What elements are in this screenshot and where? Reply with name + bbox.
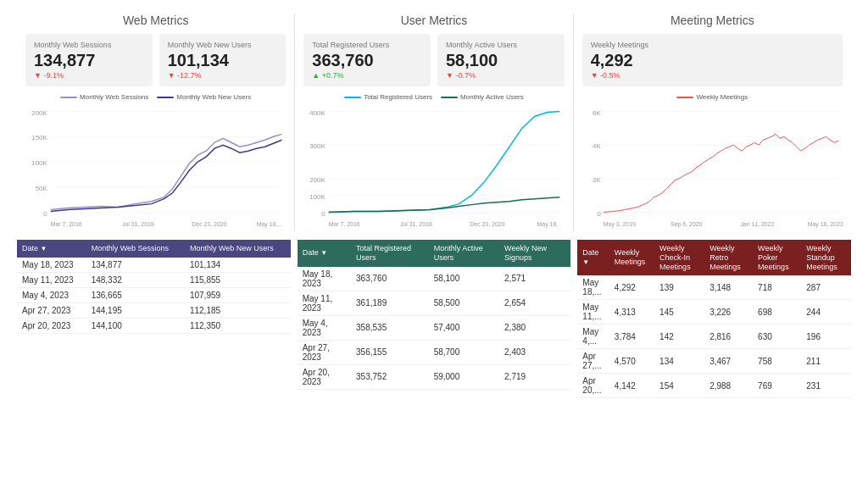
svg-text:Jul 31, 2018: Jul 31, 2018 <box>122 221 154 227</box>
web-col-newusers[interactable]: Monthly Web New Users <box>185 240 291 258</box>
user-table: Date ▼ Total Registered Users Monthly Ac… <box>298 240 571 390</box>
user-metrics-title: User Metrics <box>401 14 468 27</box>
meeting-col-standup[interactable]: Weekly Standup Meetings <box>801 240 851 275</box>
web-metrics-title: Web Metrics <box>123 14 189 27</box>
user-legend-total-color <box>344 97 361 98</box>
table-row: Apr 20, 2023353,75259,0002,719 <box>298 364 571 389</box>
meeting-col-retro[interactable]: Weekly Retro Meetings <box>704 240 753 275</box>
web-newusers-change: ▼ -12.7% <box>168 71 278 80</box>
svg-text:May 18, 2023: May 18, 2023 <box>807 221 843 228</box>
meeting-legend-weekly-color <box>676 97 693 98</box>
svg-text:Dec 23, 2020: Dec 23, 2020 <box>470 221 505 227</box>
table-row: Apr 27, 2023144,195112,185 <box>17 302 291 318</box>
monthly-active-label: Monthly Active Users <box>446 41 556 49</box>
web-kpi-row: Monthly Web Sessions 134,877 ▼ -9.1% Mon… <box>25 34 286 86</box>
svg-text:300K: 300K <box>310 142 326 150</box>
web-legend-newusers-color <box>157 97 174 98</box>
web-chart-legend: Monthly Web Sessions Monthly Web New Use… <box>60 93 251 101</box>
monthly-active-value: 58,100 <box>446 51 556 69</box>
web-legend-newusers-label: Monthly Web New Users <box>176 93 251 101</box>
weekly-meetings-value: 4,292 <box>591 51 834 69</box>
meeting-metrics-title: Meeting Metrics <box>670 14 754 27</box>
svg-text:2K: 2K <box>593 176 601 184</box>
meeting-legend-weekly: Weekly Meetings <box>676 93 748 101</box>
user-col-total[interactable]: Total Registered Users <box>351 240 429 267</box>
web-table: Date ▼ Monthly Web Sessions Monthly Web … <box>17 240 291 334</box>
web-col-sessions[interactable]: Monthly Web Sessions <box>86 240 185 258</box>
table-row: May 18, 2023134,877101,134 <box>17 258 291 273</box>
web-sessions-value: 134,877 <box>34 51 144 69</box>
meeting-metrics-section: Meeting Metrics Weekly Meetings 4,292 ▼ … <box>574 14 851 231</box>
table-row: May 18,...4,2921393,148718287 <box>577 275 851 300</box>
svg-text:Jul 31, 2018: Jul 31, 2018 <box>400 221 432 227</box>
user-chart: 400K 300K 200K 100K 0 Mar 7, 2016 Jul 31… <box>303 104 564 231</box>
web-sessions-label: Monthly Web Sessions <box>34 41 144 49</box>
table-row: May 11, 2023148,332115,855 <box>17 272 291 287</box>
web-newusers-label: Monthly Web New Users <box>168 41 278 49</box>
total-registered-change: ▲ +0.7% <box>312 71 422 80</box>
user-kpi-row: Total Registered Users 363,760 ▲ +0.7% M… <box>303 34 564 86</box>
svg-text:200K: 200K <box>31 109 47 117</box>
meeting-col-poker[interactable]: Weekly Poker Meetings <box>753 240 801 275</box>
table-row: Apr 20, 2023144,100112,350 <box>17 318 291 333</box>
weekly-meetings-kpi: Weekly Meetings 4,292 ▼ -0.5% <box>582 34 843 86</box>
web-chart: 200K 150K 100K 50K 0 Mar 7, 2 <box>25 104 286 231</box>
table-row: Apr 27, 2023356,15558,7002,403 <box>298 340 571 364</box>
user-col-date[interactable]: Date ▼ <box>298 240 351 267</box>
table-row: May 18, 2023363,76058,1002,571 <box>298 267 571 291</box>
user-legend-total-label: Total Registered Users <box>364 93 432 101</box>
web-legend-sessions-color <box>60 97 77 98</box>
meeting-col-checkin[interactable]: Weekly Check-In Meetings <box>654 240 704 275</box>
svg-text:200K: 200K <box>310 176 326 184</box>
svg-text:May 18,: May 18, <box>537 221 559 228</box>
meeting-kpi-row: Weekly Meetings 4,292 ▼ -0.5% <box>582 34 843 86</box>
table-row: Apr 20,...4,1421542,988769231 <box>577 374 851 398</box>
meeting-col-date[interactable]: Date ▼ <box>577 240 609 275</box>
meeting-table: Date ▼ Weekly Meetings Weekly Check-In M… <box>577 240 851 398</box>
svg-text:0: 0 <box>322 210 326 218</box>
user-legend-active-color <box>441 97 458 98</box>
tables-row: Date ▼ Monthly Web Sessions Monthly Web … <box>17 240 851 398</box>
dashboard: Web Metrics Monthly Web Sessions 134,877… <box>0 0 868 412</box>
svg-text:50K: 50K <box>36 185 48 192</box>
table-row: May 4, 2023136,665107,959 <box>17 287 291 302</box>
user-legend-total: Total Registered Users <box>344 93 432 101</box>
table-row: May 4, 2023358,53557,4002,380 <box>298 315 571 340</box>
meeting-chart: 6K 4K 2K 0 May 3, 2019 Sep 6, 2020 Jan 1… <box>582 104 843 231</box>
top-sections: Web Metrics Monthly Web Sessions 134,877… <box>17 14 851 231</box>
web-newusers-value: 101,134 <box>168 51 278 69</box>
user-metrics-section: User Metrics Total Registered Users 363,… <box>295 14 572 231</box>
meeting-chart-legend: Weekly Meetings <box>676 93 748 101</box>
web-table-section: Date ▼ Monthly Web Sessions Monthly Web … <box>17 240 291 398</box>
user-legend-active-label: Monthly Active Users <box>460 93 524 101</box>
total-registered-kpi: Total Registered Users 363,760 ▲ +0.7% <box>303 34 431 86</box>
weekly-meetings-label: Weekly Meetings <box>591 41 834 49</box>
total-registered-label: Total Registered Users <box>312 41 422 49</box>
svg-text:Sep 6, 2020: Sep 6, 2020 <box>670 221 702 228</box>
monthly-active-change: ▼ -0.7% <box>446 71 556 80</box>
web-sessions-change: ▼ -9.1% <box>34 71 144 80</box>
svg-text:Mar 7, 2016: Mar 7, 2016 <box>51 221 82 227</box>
meeting-legend-weekly-label: Weekly Meetings <box>696 93 748 101</box>
web-col-date[interactable]: Date ▼ <box>17 240 86 258</box>
user-col-signups[interactable]: Weekly New Signups <box>499 240 570 267</box>
web-newusers-kpi: Monthly Web New Users 101,134 ▼ -12.7% <box>159 34 287 86</box>
svg-text:150K: 150K <box>31 134 47 141</box>
svg-text:Dec 23, 2020: Dec 23, 2020 <box>192 221 226 227</box>
table-row: May 11, 2023361,18958,5002,654 <box>298 291 571 315</box>
user-table-section: Date ▼ Total Registered Users Monthly Ac… <box>298 240 571 398</box>
table-row: Apr 27,...4,5701343,467758211 <box>577 349 851 374</box>
svg-text:May 18,...: May 18,... <box>257 221 282 228</box>
total-registered-value: 363,760 <box>312 51 422 69</box>
web-legend-newusers: Monthly Web New Users <box>157 93 251 101</box>
svg-text:400K: 400K <box>310 109 326 117</box>
meeting-col-weekly[interactable]: Weekly Meetings <box>609 240 654 275</box>
svg-text:0: 0 <box>43 210 47 218</box>
table-row: May 4,...3,7841422,816630196 <box>577 324 851 349</box>
weekly-meetings-change: ▼ -0.5% <box>591 71 834 80</box>
svg-text:6K: 6K <box>593 109 601 117</box>
monthly-active-kpi: Monthly Active Users 58,100 ▼ -0.7% <box>437 34 565 86</box>
svg-text:May 3, 2019: May 3, 2019 <box>603 221 635 228</box>
user-col-active[interactable]: Monthly Active Users <box>429 240 499 267</box>
svg-text:Jan 11, 2022: Jan 11, 2022 <box>740 221 774 227</box>
